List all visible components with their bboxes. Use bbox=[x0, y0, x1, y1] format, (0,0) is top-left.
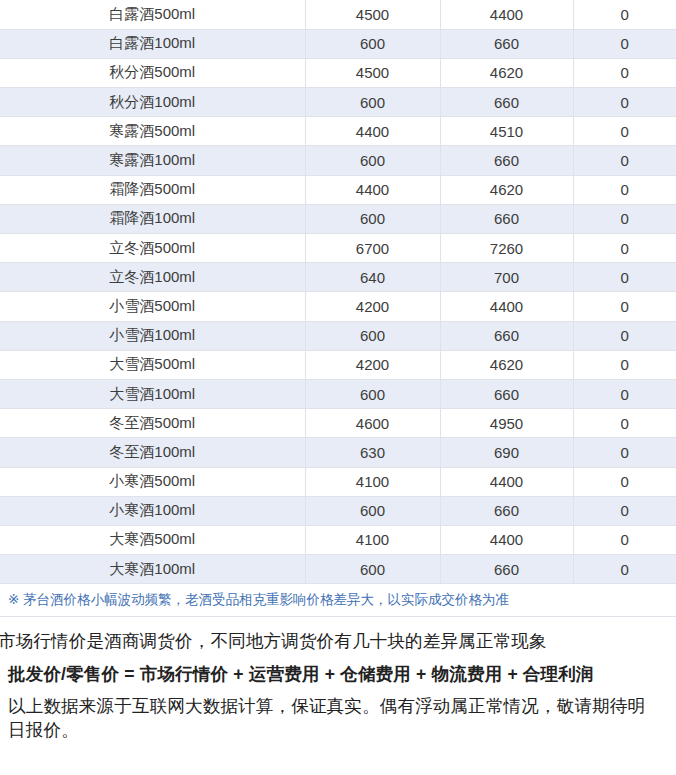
product-name-cell: 寒露酒500ml bbox=[0, 117, 305, 146]
retail-price-cell: 660 bbox=[440, 204, 573, 233]
retail-price-cell: 660 bbox=[440, 496, 573, 525]
change-cell: 0 bbox=[573, 555, 676, 584]
wholesale-price-cell: 6700 bbox=[305, 234, 440, 263]
retail-price-cell: 4620 bbox=[440, 350, 573, 379]
product-name-cell: 白露酒500ml bbox=[0, 0, 305, 29]
wholesale-price-cell: 600 bbox=[305, 146, 440, 175]
table-row: 大寒酒500ml 4100 4400 0 bbox=[0, 525, 676, 554]
retail-price-cell: 690 bbox=[440, 438, 573, 467]
table-row: 秋分酒100ml 600 660 0 bbox=[0, 88, 676, 117]
change-cell: 0 bbox=[573, 0, 676, 29]
change-cell: 0 bbox=[573, 409, 676, 438]
table-row: 秋分酒500ml 4500 4620 0 bbox=[0, 58, 676, 87]
wholesale-price-cell: 600 bbox=[305, 321, 440, 350]
product-name-cell: 大寒酒100ml bbox=[0, 555, 305, 584]
wholesale-price-cell: 4400 bbox=[305, 117, 440, 146]
wholesale-price-cell: 4200 bbox=[305, 292, 440, 321]
wholesale-price-cell: 4500 bbox=[305, 0, 440, 29]
table-row: 大雪酒500ml 4200 4620 0 bbox=[0, 350, 676, 379]
change-cell: 0 bbox=[573, 117, 676, 146]
product-name-cell: 霜降酒100ml bbox=[0, 204, 305, 233]
table-row: 小寒酒500ml 4100 4400 0 bbox=[0, 467, 676, 496]
retail-price-cell: 4950 bbox=[440, 409, 573, 438]
wholesale-price-cell: 600 bbox=[305, 496, 440, 525]
table-row: 寒露酒100ml 600 660 0 bbox=[0, 146, 676, 175]
product-name-cell: 小雪酒100ml bbox=[0, 321, 305, 350]
table-row: 小寒酒100ml 600 660 0 bbox=[0, 496, 676, 525]
wholesale-price-cell: 600 bbox=[305, 88, 440, 117]
table-row: 大雪酒100ml 600 660 0 bbox=[0, 379, 676, 408]
retail-price-cell: 660 bbox=[440, 88, 573, 117]
table-row: 立冬酒100ml 640 700 0 bbox=[0, 263, 676, 292]
table-row: 霜降酒100ml 600 660 0 bbox=[0, 204, 676, 233]
table-row: 小雪酒100ml 600 660 0 bbox=[0, 321, 676, 350]
wholesale-price-cell: 4100 bbox=[305, 467, 440, 496]
wholesale-price-cell: 4400 bbox=[305, 175, 440, 204]
product-name-cell: 小雪酒500ml bbox=[0, 292, 305, 321]
change-cell: 0 bbox=[573, 263, 676, 292]
wholesale-price-cell: 600 bbox=[305, 29, 440, 58]
retail-price-cell: 660 bbox=[440, 555, 573, 584]
product-name-cell: 冬至酒100ml bbox=[0, 438, 305, 467]
change-cell: 0 bbox=[573, 525, 676, 554]
table-row: 霜降酒500ml 4400 4620 0 bbox=[0, 175, 676, 204]
change-cell: 0 bbox=[573, 379, 676, 408]
change-cell: 0 bbox=[573, 496, 676, 525]
price-formula-note: 批发价/零售价 = 市场行情价 + 运营费用 + 仓储费用 + 物流费用 + 合… bbox=[8, 662, 676, 686]
product-name-cell: 小寒酒100ml bbox=[0, 496, 305, 525]
change-cell: 0 bbox=[573, 29, 676, 58]
product-name-cell: 冬至酒500ml bbox=[0, 409, 305, 438]
change-cell: 0 bbox=[573, 204, 676, 233]
change-cell: 0 bbox=[573, 175, 676, 204]
retail-price-cell: 4620 bbox=[440, 175, 573, 204]
product-name-cell: 大雪酒100ml bbox=[0, 379, 305, 408]
change-cell: 0 bbox=[573, 467, 676, 496]
wholesale-price-cell: 600 bbox=[305, 555, 440, 584]
product-name-cell: 秋分酒100ml bbox=[0, 88, 305, 117]
table-row: 冬至酒100ml 630 690 0 bbox=[0, 438, 676, 467]
retail-price-cell: 7260 bbox=[440, 234, 573, 263]
product-name-cell: 立冬酒500ml bbox=[0, 234, 305, 263]
wholesale-price-cell: 630 bbox=[305, 438, 440, 467]
product-name-cell: 大雪酒500ml bbox=[0, 350, 305, 379]
change-cell: 0 bbox=[573, 292, 676, 321]
change-cell: 0 bbox=[573, 88, 676, 117]
table-row: 寒露酒500ml 4400 4510 0 bbox=[0, 117, 676, 146]
wholesale-price-cell: 600 bbox=[305, 204, 440, 233]
product-name-cell: 霜降酒500ml bbox=[0, 175, 305, 204]
wholesale-price-cell: 640 bbox=[305, 263, 440, 292]
retail-price-cell: 4400 bbox=[440, 292, 573, 321]
wholesale-price-cell: 4200 bbox=[305, 350, 440, 379]
price-table-body: 白露酒500ml 4500 4400 0 白露酒100ml 600 660 0 … bbox=[0, 0, 676, 584]
retail-price-cell: 660 bbox=[440, 321, 573, 350]
product-name-cell: 小寒酒500ml bbox=[0, 467, 305, 496]
market-price-note: 市场行情价是酒商调货价，不同地方调货价有几十块的差异属正常现象 bbox=[0, 629, 676, 653]
data-source-disclaimer: 以上数据来源于互联网大数据计算，保证真实。偶有浮动属正常情况，敬请期待明日报价。 bbox=[8, 694, 676, 742]
wholesale-price-cell: 4500 bbox=[305, 58, 440, 87]
retail-price-cell: 4400 bbox=[440, 0, 573, 29]
table-row: 小雪酒500ml 4200 4400 0 bbox=[0, 292, 676, 321]
table-row: 白露酒100ml 600 660 0 bbox=[0, 29, 676, 58]
wholesale-price-cell: 600 bbox=[305, 379, 440, 408]
change-cell: 0 bbox=[573, 350, 676, 379]
change-cell: 0 bbox=[573, 438, 676, 467]
retail-price-cell: 700 bbox=[440, 263, 573, 292]
change-cell: 0 bbox=[573, 321, 676, 350]
table-row: 立冬酒500ml 6700 7260 0 bbox=[0, 234, 676, 263]
product-name-cell: 寒露酒100ml bbox=[0, 146, 305, 175]
retail-price-cell: 4620 bbox=[440, 58, 573, 87]
product-name-cell: 白露酒100ml bbox=[0, 29, 305, 58]
table-row: 冬至酒500ml 4600 4950 0 bbox=[0, 409, 676, 438]
product-name-cell: 大寒酒500ml bbox=[0, 525, 305, 554]
wholesale-price-cell: 4100 bbox=[305, 525, 440, 554]
retail-price-cell: 4400 bbox=[440, 525, 573, 554]
change-cell: 0 bbox=[573, 234, 676, 263]
table-footnote: ※ 茅台酒价格小幅波动频繁，老酒受品相克重影响价格差异大，以实际成交价格为准 bbox=[0, 584, 676, 617]
liquor-price-table: 白露酒500ml 4500 4400 0 白露酒100ml 600 660 0 … bbox=[0, 0, 676, 584]
retail-price-cell: 660 bbox=[440, 29, 573, 58]
retail-price-cell: 660 bbox=[440, 146, 573, 175]
table-row: 白露酒500ml 4500 4400 0 bbox=[0, 0, 676, 29]
product-name-cell: 立冬酒100ml bbox=[0, 263, 305, 292]
wholesale-price-cell: 4600 bbox=[305, 409, 440, 438]
table-row: 大寒酒100ml 600 660 0 bbox=[0, 555, 676, 584]
